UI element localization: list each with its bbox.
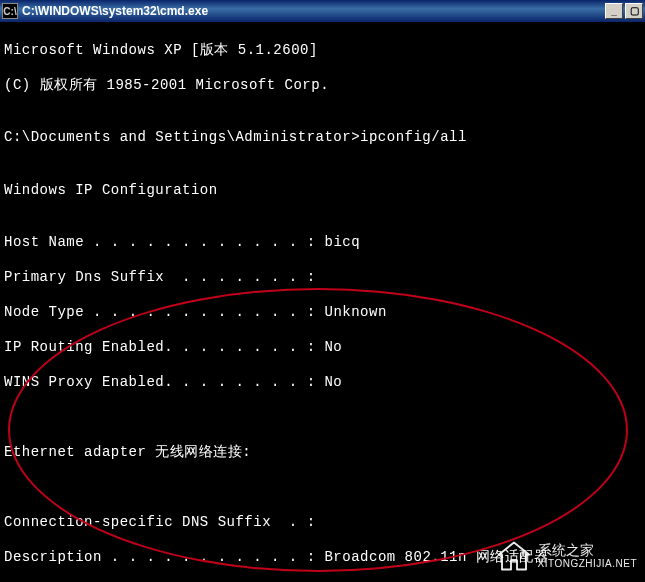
config-value: No bbox=[324, 339, 342, 357]
config-row: IP Routing Enabled. . . . . . . . : No bbox=[4, 339, 641, 357]
adapter-dots: . bbox=[271, 514, 307, 532]
section-heading: Windows IP Configuration bbox=[4, 182, 641, 200]
window-title: C:\WINDOWS\system32\cmd.exe bbox=[22, 4, 605, 18]
window-titlebar: C:\ C:\WINDOWS\system32\cmd.exe _ ▢ bbox=[0, 0, 645, 22]
adapter-row: Connection-specific DNS Suffix . : bbox=[4, 514, 641, 532]
config-label: Node Type bbox=[4, 304, 84, 322]
header-line: Microsoft Windows XP [版本 5.1.2600] bbox=[4, 42, 641, 60]
config-row: Primary Dns Suffix . . . . . . . : bbox=[4, 269, 641, 287]
config-label: WINS Proxy Enabled bbox=[4, 374, 164, 392]
adapter-dots: . . . . . . . . . . . bbox=[102, 549, 307, 567]
config-dots: . . . . . . . . . . . . bbox=[84, 234, 307, 252]
house-icon bbox=[496, 538, 532, 574]
minimize-button[interactable]: _ bbox=[605, 3, 623, 19]
window-buttons: _ ▢ bbox=[605, 3, 643, 19]
adapter-label: Connection-specific DNS Suffix bbox=[4, 514, 271, 532]
config-value: bicq bbox=[324, 234, 360, 252]
config-dots: . . . . . . . bbox=[164, 269, 306, 287]
watermark-url: XITONGZHIJIA.NET bbox=[538, 558, 638, 569]
config-row: Host Name . . . . . . . . . . . . : bicq bbox=[4, 234, 641, 252]
adapter-label: Description bbox=[4, 549, 102, 567]
config-value: No bbox=[324, 374, 342, 392]
blank-line bbox=[4, 409, 641, 427]
config-label: Primary Dns Suffix bbox=[4, 269, 164, 287]
watermark-name: 系统之家 bbox=[538, 543, 638, 558]
watermark: 系统之家 XITONGZHIJIA.NET bbox=[496, 538, 638, 574]
maximize-button[interactable]: ▢ bbox=[625, 3, 643, 19]
config-value: Unknown bbox=[324, 304, 386, 322]
header-line: (C) 版权所有 1985-2001 Microsoft Corp. bbox=[4, 77, 641, 95]
adapter-heading: Ethernet adapter 无线网络连接: bbox=[4, 444, 641, 462]
prompt-line: C:\Documents and Settings\Administrator>… bbox=[4, 129, 641, 147]
blank-line bbox=[4, 479, 641, 497]
config-row: WINS Proxy Enabled. . . . . . . . : No bbox=[4, 374, 641, 392]
system-menu-icon[interactable]: C:\ bbox=[2, 3, 18, 19]
config-row: Node Type . . . . . . . . . . . . : Unkn… bbox=[4, 304, 641, 322]
config-label: Host Name bbox=[4, 234, 84, 252]
terminal-output: Microsoft Windows XP [版本 5.1.2600] (C) 版… bbox=[0, 22, 645, 582]
config-dots: . . . . . . . . . . . . bbox=[84, 304, 307, 322]
config-dots: . . . . . . . . bbox=[164, 339, 306, 357]
config-dots: . . . . . . . . bbox=[164, 374, 306, 392]
config-label: IP Routing Enabled bbox=[4, 339, 164, 357]
